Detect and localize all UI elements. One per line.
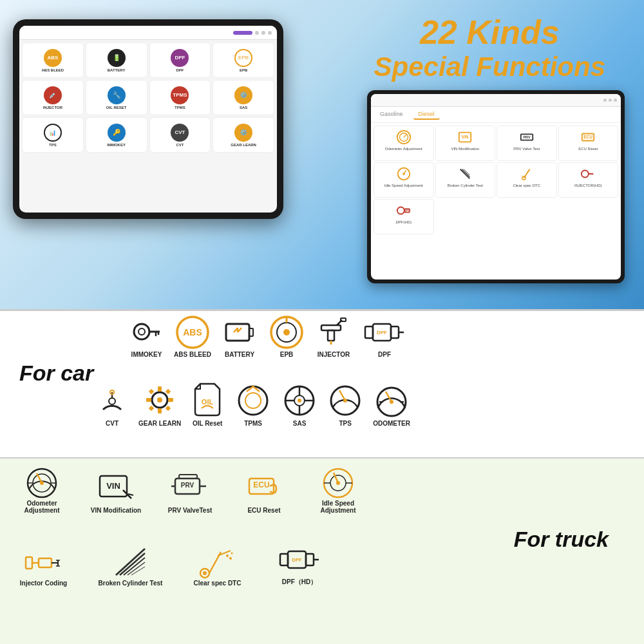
truck-icons-row1: OdometerAdjustment VIN VIN Modification … (13, 462, 367, 514)
truck-odometer-label: OdometerAdjustment (24, 500, 60, 514)
tablet-item-dpf[interactable]: DPF DPF (149, 43, 211, 78)
svg-point-99 (336, 481, 340, 485)
svg-rect-30 (249, 328, 253, 336)
tablet-item-sas[interactable]: ⚙️ SAS (213, 80, 274, 115)
small-label-odometer: Odometer Adjustment (385, 147, 422, 151)
svg-text:DPF: DPF (292, 557, 302, 563)
small-item-idle[interactable]: Idle Speed Adjustment (374, 162, 434, 198)
small-label-injhd: INJECTOR(HD) (574, 184, 602, 187)
svg-text:ECU: ECU (253, 480, 269, 489)
tablet-item-cvt[interactable]: CVT CVT (149, 117, 211, 153)
truck-icon-idle: Idle SpeedAdjustment (309, 462, 367, 514)
tablet-item-epb[interactable]: EPB EPB (213, 43, 274, 78)
oilreset-icon: OIL (189, 380, 226, 420)
small-label-prv: PRV Valve Test (513, 147, 540, 151)
icon-sas: SAS (280, 380, 319, 427)
tablet-item-battery[interactable]: 🔋 BATTERY (86, 43, 147, 78)
tablet-dot3 (268, 31, 272, 35)
svg-text:ECU: ECU (583, 135, 592, 139)
heading-line2: Special Functions (374, 52, 605, 82)
tablet-item-immokey[interactable]: 🔑 IMMOKEY (86, 117, 147, 153)
truck-idle-label: Idle SpeedAdjustment (321, 500, 356, 514)
prv-icon: PRV (518, 129, 535, 146)
section-divider (0, 309, 644, 311)
truck-icons-row2: Injector Coding Broken Cylinder Test Cle… (13, 542, 328, 587)
small-item-injhd[interactable]: INJECTOR(HD) (558, 162, 619, 198)
svg-text:PRV: PRV (523, 135, 531, 139)
for-truck-label: For truck (514, 527, 609, 552)
cvt-label: CVT (106, 420, 118, 427)
truck-ecu-icon: ECU (244, 469, 284, 507)
tpms-icon (234, 380, 272, 420)
small-item-prv[interactable]: PRV PRV Valve Test (497, 126, 557, 161)
tab-gasoline[interactable]: Gasoline (375, 109, 408, 120)
tablet-item-abs[interactable]: ABS ABS BLEED (22, 43, 84, 78)
tablet-item-tpms[interactable]: TPMS TPMS (149, 80, 211, 115)
small-label-cleardtc: Clear spec DTC (513, 184, 540, 187)
abs-label: ABS BLEED (174, 351, 211, 358)
broken-cylinder-label: Broken Cylinder Test (99, 580, 163, 587)
svg-point-23 (138, 328, 145, 335)
svg-rect-56 (168, 398, 173, 402)
tab-diesel[interactable]: Diesel (413, 109, 440, 120)
heading-line1: 22 Kinds (374, 13, 605, 52)
tablet-item-oilreset[interactable]: 🔧 OIL RESET (86, 80, 147, 115)
clear-dtc-icon (198, 544, 237, 580)
oilreset-label: OIL Reset (193, 420, 223, 427)
abs-icon: ABS (174, 314, 211, 351)
clear-dtc-label: Clear spec DTC (194, 580, 242, 587)
truck-vin-icon: VIN (96, 469, 136, 507)
small-label-vin: VIN Modification (451, 147, 479, 151)
svg-rect-104 (39, 558, 52, 567)
small-label-dpfhd: DPF(HD) (395, 220, 412, 224)
svg-rect-57 (149, 389, 154, 394)
svg-rect-121 (280, 554, 288, 565)
injector-coding-icon (23, 544, 64, 580)
epb-icon (268, 314, 305, 351)
svg-rect-43 (365, 327, 373, 338)
small-item-dpfhd[interactable]: DPF DPF(HD) (374, 199, 434, 234)
truck-idle-icon (318, 462, 358, 500)
svg-point-76 (390, 400, 393, 404)
tablet-item-injector[interactable]: 💉 INJECTOR (22, 80, 84, 115)
tablet-grid: ABS ABS BLEED 🔋 BATTERY DPF DPF EPB EPB … (19, 40, 277, 155)
svg-point-62 (239, 386, 267, 415)
cleardtc-icon (518, 166, 535, 182)
heading-block: 22 Kinds Special Functions (374, 13, 605, 82)
svg-text:OIL: OIL (202, 398, 214, 406)
sas-icon (280, 380, 319, 420)
small-item-odometer[interactable]: Odometer Adjustment (374, 126, 434, 161)
small-item-ecu[interactable]: ECU ECU Reset (558, 126, 619, 161)
svg-point-119 (229, 557, 232, 560)
svg-rect-58 (166, 406, 171, 411)
small-grid: Odometer Adjustment VIN VIN Modification… (371, 123, 621, 237)
small-item-vin[interactable]: VIN VIN Modification (435, 126, 496, 161)
main-tablet: ABS ABS BLEED 🔋 BATTERY DPF DPF EPB EPB … (13, 19, 283, 219)
svg-point-118 (226, 554, 229, 557)
truck-icon-prv: PRV PRV ValveTest (161, 469, 219, 514)
svg-rect-46 (391, 327, 399, 338)
small-label-ecu: ECU Reset (578, 147, 598, 151)
tablet-dot1 (255, 31, 259, 35)
small-item-broken[interactable]: Broken Cylinder Test (435, 162, 496, 198)
icon-abs: ABS ABS BLEED (174, 314, 211, 358)
immokey-icon (129, 316, 164, 351)
svg-point-48 (109, 398, 115, 404)
svg-point-70 (298, 399, 301, 402)
injector-coding-label: Injector Coding (20, 580, 67, 587)
tablet-item-tps[interactable]: 📊 TPS (22, 117, 84, 153)
dpfhd-icon: DPF (395, 202, 412, 219)
small-item-cleardtc[interactable]: Clear spec DTC (497, 162, 557, 198)
tablet-screen: ABS ABS BLEED 🔋 BATTERY DPF DPF EPB EPB … (19, 26, 277, 213)
gearlearn-label: GEAR LEARN (138, 420, 181, 427)
small-label-broken: Broken Cylinder Test (448, 184, 483, 187)
icon-immokey: IMMOKEY (129, 316, 164, 358)
svg-text:PRV: PRV (181, 482, 194, 489)
tablet-item-gearlearn[interactable]: ⚙️ GEAR LEARN (213, 117, 274, 153)
svg-point-36 (283, 329, 290, 336)
cvt-icon (93, 383, 131, 420)
svg-point-63 (245, 393, 261, 408)
injector-icon (315, 314, 352, 351)
svg-line-13 (462, 169, 470, 177)
battery-label: BATTERY (225, 351, 254, 358)
